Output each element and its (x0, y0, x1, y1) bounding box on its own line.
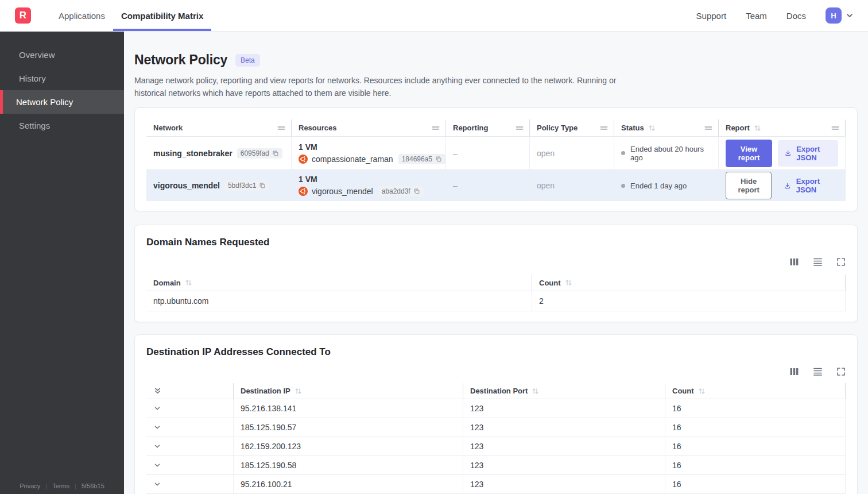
chevron-down-icon[interactable] (153, 442, 161, 450)
column-header-count[interactable]: Count (665, 383, 846, 399)
report-button[interactable]: View report (726, 140, 772, 167)
column-header-reporting[interactable]: Reporting (446, 119, 530, 136)
expand-icon[interactable] (836, 367, 846, 376)
domain-table-body: ntp.ubuntu.com 2 (146, 291, 846, 311)
destination-table-row[interactable]: 185.125.190.57 123 16 (146, 418, 846, 437)
column-header-count[interactable]: Count (532, 275, 846, 291)
sort-icon[interactable] (565, 279, 572, 286)
rows-icon[interactable] (813, 367, 823, 376)
network-cell: vigorous_mendel 5bdf3dc1 (146, 170, 292, 201)
privacy-link[interactable]: Privacy (20, 483, 40, 489)
destination-table-row[interactable]: 185.125.190.58 123 16 (146, 456, 846, 475)
column-header-policy-type[interactable]: Policy Type (530, 119, 614, 136)
sort-icon[interactable] (532, 388, 539, 395)
domain-table-row[interactable]: ntp.ubuntu.com 2 (146, 291, 846, 311)
column-header-expand-all (146, 383, 234, 399)
app-logo[interactable]: R (15, 7, 31, 24)
network-id-badge[interactable]: 5bdf3dc1 (224, 180, 269, 191)
column-header-domain[interactable]: Domain (146, 275, 532, 291)
double-chevron-down-icon[interactable] (153, 387, 162, 395)
count-cell: 16 (665, 456, 846, 474)
account-menu[interactable]: H (826, 7, 854, 24)
column-resize-icon[interactable] (516, 126, 524, 130)
destination-ip-cell: 95.216.100.21 (234, 475, 463, 493)
sort-icon[interactable] (648, 125, 656, 132)
column-header-report[interactable]: Report (719, 119, 846, 136)
column-header-destination-port[interactable]: Destination Port (463, 383, 665, 399)
destination-port-cell: 123 (463, 437, 665, 456)
resource-id-badge[interactable]: aba2dd3f (378, 186, 424, 196)
column-header-resources[interactable]: Resources (292, 119, 446, 136)
copy-icon[interactable] (259, 182, 266, 189)
domain-section-title: Domain Names Requested (146, 237, 846, 248)
top-nav-right: Support Team Docs H (696, 0, 854, 31)
network-table-row[interactable]: musing_stonebraker 60959fad 1 VM compass… (146, 137, 846, 170)
chevron-down-icon[interactable] (153, 423, 161, 431)
copy-icon[interactable] (435, 156, 442, 163)
destination-table-body: 95.216.138.141 123 16 185.125.190.57 123… (146, 399, 846, 494)
sort-icon[interactable] (294, 388, 302, 395)
policy-type-cell: open (530, 170, 614, 201)
status-text: Ended about 20 hours ago (630, 145, 711, 162)
expander-cell (146, 437, 234, 456)
resources-cell: 1 VM compassionate_raman 184696a5 (292, 137, 446, 169)
download-icon (785, 149, 791, 157)
nav-link-team[interactable]: Team (746, 11, 767, 21)
main-content: Network Policy Beta Manage network polic… (124, 32, 868, 494)
sidebar-item-history[interactable]: History (0, 67, 124, 90)
resource-name: vigorous_mendel (312, 187, 373, 196)
destination-table-row[interactable]: 95.216.138.141 123 16 (146, 399, 846, 418)
column-resize-icon[interactable] (432, 126, 440, 130)
avatar[interactable]: H (826, 7, 842, 24)
copy-icon[interactable] (272, 150, 279, 157)
sort-icon[interactable] (754, 125, 761, 132)
vm-count: 1 VM (299, 175, 317, 184)
nav-link-support[interactable]: Support (696, 11, 727, 21)
report-button[interactable]: Hide report (726, 172, 772, 199)
resource-id-badge[interactable]: 184696a5 (398, 154, 445, 164)
nav-link-docs[interactable]: Docs (786, 11, 806, 21)
vm-entry: compassionate_raman 184696a5 (299, 154, 445, 164)
chevron-down-icon[interactable] (153, 404, 161, 412)
export-json-button[interactable]: Export JSON (778, 140, 838, 167)
column-header-status[interactable]: Status (614, 119, 719, 136)
column-resize-icon[interactable] (704, 126, 712, 130)
column-resize-icon[interactable] (831, 126, 839, 130)
column-header-network[interactable]: Network (146, 119, 292, 136)
tab-compatibility-matrix[interactable]: Compatibility Matrix (113, 0, 211, 31)
network-table-row[interactable]: vigorous_mendel 5bdf3dc1 1 VM vigorous_m… (146, 170, 846, 201)
sort-icon[interactable] (698, 388, 706, 395)
rows-icon[interactable] (813, 257, 823, 267)
network-table-header: Network Resources Reporting Policy Type … (146, 119, 846, 137)
tab-applications[interactable]: Applications (51, 0, 113, 31)
export-json-button[interactable]: Export JSON (777, 172, 838, 199)
sidebar-item-settings[interactable]: Settings (0, 114, 124, 137)
destination-ip-cell: 95.216.138.141 (234, 399, 463, 418)
destination-table-row[interactable]: 95.216.100.21 123 16 (146, 475, 846, 494)
destination-table-row[interactable]: 162.159.200.123 123 16 (146, 437, 846, 456)
sidebar-item-overview[interactable]: Overview (0, 43, 124, 67)
destination-port-cell: 123 (463, 399, 665, 418)
network-id-badge[interactable]: 60959fad (237, 148, 282, 159)
chevron-down-icon[interactable] (153, 461, 161, 469)
expand-icon[interactable] (836, 257, 846, 267)
copy-icon[interactable] (413, 188, 420, 195)
network-cell: musing_stonebraker 60959fad (146, 137, 292, 169)
sidebar-item-network-policy[interactable]: Network Policy (0, 90, 124, 114)
count-cell: 2 (532, 291, 846, 311)
status-cell: Ended 1 day ago (614, 170, 719, 201)
network-name: musing_stonebraker (153, 149, 232, 158)
chevron-down-icon[interactable] (153, 480, 161, 488)
column-resize-icon[interactable] (600, 126, 608, 130)
expander-cell (146, 399, 234, 418)
columns-icon[interactable] (789, 367, 799, 376)
columns-icon[interactable] (789, 257, 799, 267)
column-resize-icon[interactable] (277, 126, 285, 130)
network-policy-card: Network Resources Reporting Policy Type … (134, 107, 858, 211)
column-header-destination-ip[interactable]: Destination IP (234, 383, 463, 399)
destination-port-cell: 123 (463, 456, 665, 474)
terms-link[interactable]: Terms (52, 483, 69, 489)
sort-icon[interactable] (185, 279, 192, 286)
chevron-down-icon[interactable] (845, 11, 854, 20)
page-description: Manage network policy, reporting and vie… (134, 75, 642, 99)
